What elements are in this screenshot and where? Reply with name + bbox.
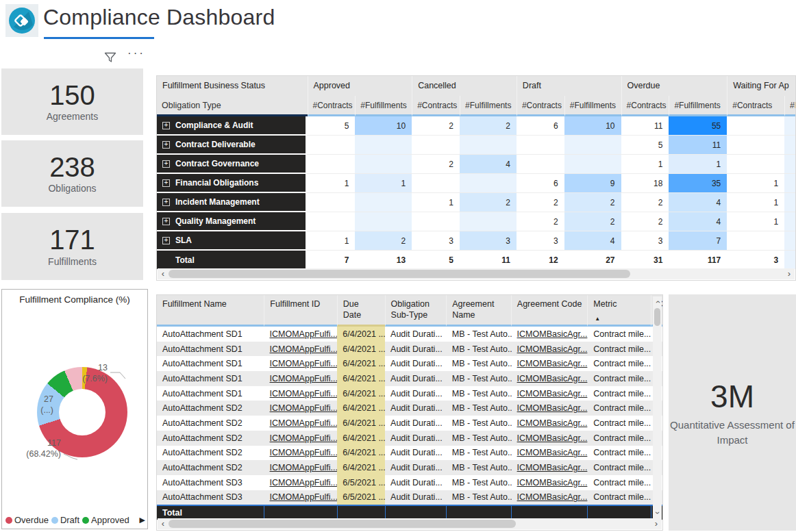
- matrix-cell[interactable]: 2: [412, 116, 460, 136]
- table-row[interactable]: AutoAttachment SD2ICMOMAppFulfi...6/4/20…: [157, 416, 662, 431]
- matrix-column-header[interactable]: #Fulfillments: [460, 96, 517, 116]
- matrix-cell[interactable]: 7: [669, 231, 727, 251]
- cell-code[interactable]: ICMOMBasicAgr...: [512, 460, 588, 475]
- matrix-cell[interactable]: 31: [621, 251, 669, 269]
- matrix-cell[interactable]: 11: [460, 251, 517, 269]
- matrix-cell[interactable]: 2: [460, 193, 517, 212]
- matrix-cell[interactable]: 11: [669, 136, 727, 155]
- matrix-cell[interactable]: 55: [669, 116, 727, 136]
- cell-id[interactable]: ICMOMAppFulfi...: [264, 356, 338, 371]
- table-row[interactable]: AutoAttachment SD2ICMOMAppFulfi...6/4/20…: [157, 460, 662, 475]
- matrix-row-header-cell[interactable]: +Contract Deliverable: [157, 136, 306, 153]
- cell-id[interactable]: ICMOMAppFulfi...: [264, 416, 338, 431]
- column-header-fulfillment-name[interactable]: Fulfillment Name: [157, 295, 264, 327]
- matrix-column-header[interactable]: #Contracts: [412, 96, 460, 116]
- expand-icon[interactable]: +: [162, 237, 170, 244]
- scroll-down-icon[interactable]: ›: [653, 508, 662, 518]
- matrix-column-header[interactable]: #Contracts: [517, 96, 564, 116]
- expand-icon[interactable]: +: [162, 199, 170, 206]
- expand-icon[interactable]: +: [162, 141, 170, 149]
- matrix-cell[interactable]: [784, 155, 795, 174]
- table-row[interactable]: AutoAttachment SD1ICMOMAppFulfi...6/4/20…: [157, 386, 662, 401]
- matrix-cell[interactable]: 12: [517, 251, 564, 269]
- matrix-cell[interactable]: [517, 155, 564, 174]
- cell-code[interactable]: ICMOMBasicAgr...: [512, 342, 588, 357]
- matrix-row-header-cell[interactable]: +Incident Management: [157, 193, 306, 211]
- matrix-cell[interactable]: 3: [517, 231, 564, 251]
- matrix-cell[interactable]: 2: [460, 116, 517, 136]
- matrix-cell[interactable]: 6: [517, 116, 564, 136]
- matrix-cell[interactable]: 2: [621, 193, 669, 212]
- cell-code[interactable]: ICMOMBasicAgr...: [512, 446, 588, 461]
- matrix-cell[interactable]: 1: [669, 155, 727, 174]
- matrix-cell[interactable]: [307, 155, 355, 174]
- table-row[interactable]: AutoAttachment SD3ICMOMAppFulfi...6/5/20…: [157, 490, 662, 505]
- matrix-row-header[interactable]: +Financial Obligations: [157, 174, 307, 193]
- scrollbar-track[interactable]: [169, 268, 784, 279]
- matrix-cell[interactable]: 2: [412, 155, 460, 174]
- matrix-column-header[interactable]: #Fulfillments: [669, 96, 727, 116]
- matrix-cell[interactable]: [517, 136, 564, 155]
- matrix-cell[interactable]: 2: [564, 212, 621, 231]
- matrix-cell[interactable]: 35: [669, 174, 727, 193]
- table-horizontal-scrollbar[interactable]: ‹ ›: [158, 518, 662, 529]
- matrix-cell[interactable]: [727, 155, 784, 174]
- matrix-cell[interactable]: [460, 174, 517, 193]
- legend-item-overdue[interactable]: Overdue: [5, 515, 49, 525]
- matrix-row-header-cell[interactable]: +Financial Obligations: [157, 174, 306, 192]
- matrix-cell[interactable]: 13: [355, 251, 412, 269]
- cell-id[interactable]: ICMOMAppFulfi...: [264, 475, 338, 490]
- matrix-cell[interactable]: [412, 136, 460, 155]
- table-row[interactable]: AutoAttachment SD1ICMOMAppFulfi...6/4/20…: [157, 356, 662, 371]
- matrix-cell[interactable]: [727, 116, 784, 136]
- matrix-row-header[interactable]: +Quality Management: [157, 212, 307, 231]
- expand-icon[interactable]: +: [162, 179, 170, 187]
- matrix-cell[interactable]: 4: [564, 231, 621, 251]
- table-row[interactable]: AutoAttachment SD2ICMOMAppFulfi...6/4/20…: [157, 431, 662, 446]
- cell-code[interactable]: ICMOMBasicAgr...: [512, 416, 588, 431]
- column-header-agreement-name[interactable]: Agreement Name: [446, 295, 511, 327]
- column-header-obligation-sub-type[interactable]: Obligation Sub-Type: [385, 295, 447, 327]
- matrix-cell[interactable]: 5: [412, 251, 460, 269]
- matrix-column-header[interactable]: #Fulfillments: [355, 96, 412, 116]
- matrix-cell[interactable]: 5: [621, 136, 669, 155]
- matrix-cell[interactable]: 1: [307, 231, 355, 251]
- matrix-cell[interactable]: 10: [564, 116, 621, 136]
- scroll-left-icon[interactable]: ‹: [158, 268, 169, 279]
- matrix-cell[interactable]: 1: [727, 193, 784, 212]
- cell-id[interactable]: ICMOMAppFulfi...: [264, 460, 338, 475]
- matrix-cell[interactable]: 4: [669, 193, 727, 212]
- matrix-cell[interactable]: [460, 136, 517, 155]
- cell-id[interactable]: ICMOMAppFulfi...: [264, 327, 338, 342]
- matrix-cell[interactable]: 1: [412, 193, 460, 212]
- table-row[interactable]: AutoAttachment SD2ICMOMAppFulfi...6/4/20…: [157, 446, 662, 461]
- matrix-column-header[interactable]: #Contracts: [727, 96, 784, 116]
- expand-icon[interactable]: +: [162, 160, 170, 168]
- cell-code[interactable]: ICMOMBasicAgr...: [512, 431, 588, 446]
- matrix-cell[interactable]: [564, 155, 621, 174]
- table-row[interactable]: AutoAttachment SD2ICMOMAppFulfi...6/4/20…: [157, 401, 662, 416]
- matrix-group-header[interactable]: Draft: [517, 76, 621, 96]
- column-header-metric[interactable]: Metric▲: [587, 295, 651, 327]
- scroll-right-icon[interactable]: ›: [784, 268, 795, 279]
- matrix-cell[interactable]: 1: [727, 174, 784, 193]
- matrix-cell[interactable]: 4: [460, 155, 517, 174]
- matrix-row-header[interactable]: +SLA: [157, 231, 307, 251]
- matrix-cell[interactable]: [355, 212, 412, 231]
- more-options-icon[interactable]: ···: [127, 47, 145, 60]
- cell-code[interactable]: ICMOMBasicAgr...: [512, 475, 588, 490]
- matrix-row-header-cell[interactable]: +SLA: [157, 231, 306, 249]
- matrix-cell[interactable]: [784, 174, 795, 193]
- column-header-fulfillment-id[interactable]: Fulfillment ID: [264, 295, 337, 327]
- matrix-column-header[interactable]: #Fulfillments: [564, 96, 621, 116]
- scrollbar-track[interactable]: [169, 518, 651, 529]
- matrix-cell[interactable]: [784, 136, 795, 155]
- cell-code[interactable]: ICMOMBasicAgr...: [512, 371, 588, 386]
- matrix-cell[interactable]: 1: [355, 174, 412, 193]
- matrix-cell[interactable]: [784, 231, 795, 251]
- matrix-row-header[interactable]: +Contract Deliverable: [157, 136, 307, 155]
- matrix-cell[interactable]: 2: [621, 212, 669, 231]
- matrix-row-header[interactable]: Total: [157, 251, 307, 269]
- table-vertical-scrollbar[interactable]: › ›: [653, 296, 662, 518]
- matrix-cell[interactable]: 2: [517, 212, 564, 231]
